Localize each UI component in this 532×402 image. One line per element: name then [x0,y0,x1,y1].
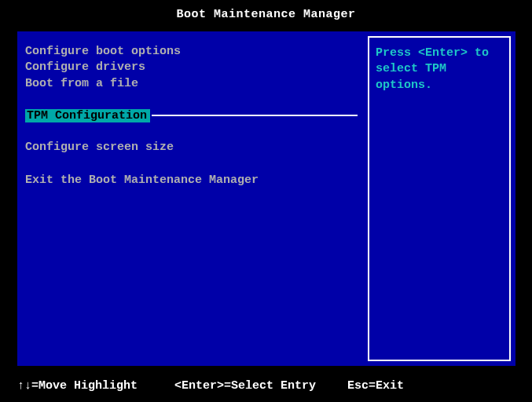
menu-item-boot-options[interactable]: Configure boot options [25,44,358,60]
menu-item-boot-file[interactable]: Boot from a file [25,76,358,92]
menu-item-tpm[interactable]: TPM Configuration [25,109,150,122]
menu-item-screen-size[interactable]: Configure screen size [25,140,358,155]
page-title: Boot Maintenance Manager [0,0,532,27]
selection-divider-line [152,115,358,116]
help-text-line2: select TPM options. [376,61,503,93]
help-text-line1: Press <Enter> to [376,46,503,61]
hint-move: ↑↓=Move Highlight [17,379,174,393]
menu-group-3: Exit the Boot Maintenance Manager [25,173,358,188]
menu-item-tpm-row: TPM Configuration [25,109,358,122]
menu-item-exit[interactable]: Exit the Boot Maintenance Manager [25,173,358,188]
hint-exit: Esc=Exit [347,379,515,393]
main-frame: Configure boot options Configure drivers… [17,31,515,366]
help-pane: Press <Enter> to select TPM options. [368,36,511,361]
menu-item-drivers[interactable]: Configure drivers [25,60,358,75]
hint-select: <Enter>=Select Entry [174,379,347,393]
menu-group-2: Configure screen size [25,140,358,155]
menu-pane: Configure boot options Configure drivers… [17,31,365,366]
footer-hints: ↑↓=Move Highlight <Enter>=Select Entry E… [17,379,515,393]
menu-group-1: Configure boot options Configure drivers… [25,44,358,92]
